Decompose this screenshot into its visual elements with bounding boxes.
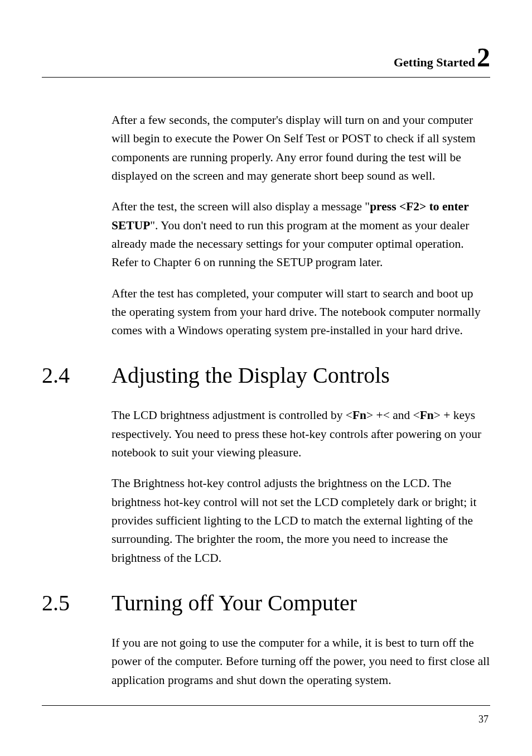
section-title: Adjusting the Display Controls: [112, 362, 490, 388]
section-heading: 2.4 Adjusting the Display Controls: [42, 362, 490, 388]
header-chapter-number: 2: [477, 42, 490, 72]
section-heading: 2.5 Turning off Your Computer: [42, 590, 490, 616]
footer-rule: [42, 705, 490, 706]
header-rule: [42, 77, 490, 78]
body-paragraph: The Brightness hot-key control adjusts t…: [112, 474, 490, 567]
body-paragraph: The LCD brightness adjustment is control…: [112, 406, 490, 462]
page-number: 37: [478, 714, 489, 725]
body-paragraph: If you are not going to use the computer…: [112, 634, 490, 690]
text-run: ". You don't need to run this program at…: [112, 219, 469, 269]
bold-text: Fn: [352, 408, 366, 422]
header-label: Getting Started: [394, 55, 475, 69]
body-paragraph: After the test has completed, your compu…: [112, 285, 490, 340]
body-paragraph: After a few seconds, the computer's disp…: [112, 111, 490, 185]
text-run: The LCD brightness adjustment is control…: [112, 408, 352, 422]
text-run: > +< and <: [366, 408, 420, 422]
section-number: 2.4: [42, 362, 112, 388]
text-run: After the test, the screen will also dis…: [112, 200, 370, 213]
body-paragraph: After the test, the screen will also dis…: [112, 198, 490, 272]
section-title: Turning off Your Computer: [112, 590, 490, 616]
page-header: Getting Started2: [42, 42, 490, 73]
section-number: 2.5: [42, 590, 112, 616]
bold-text: Fn: [420, 408, 434, 422]
